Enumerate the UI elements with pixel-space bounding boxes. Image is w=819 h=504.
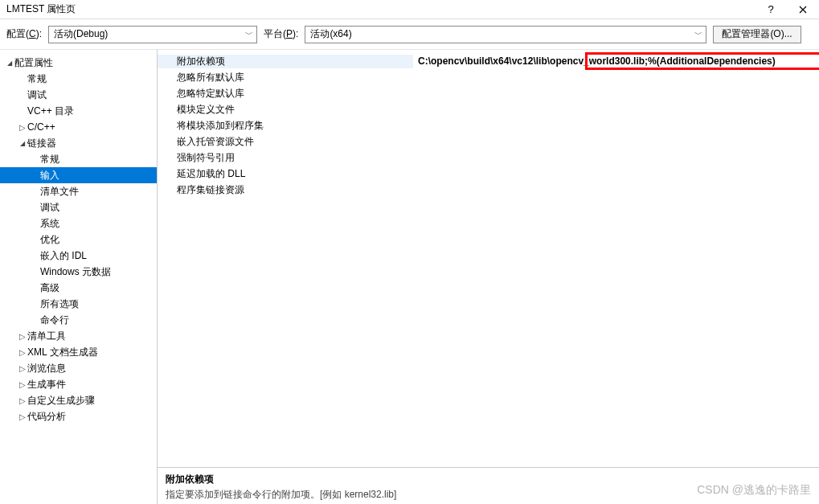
platform-combo[interactable]: 活动(x64) ﹀ — [305, 26, 706, 43]
tree-item[interactable]: 常规 — [0, 71, 157, 87]
tree-item-label: 嵌入的 IDL — [40, 249, 87, 263]
tree-item[interactable]: 命令行 — [0, 312, 157, 328]
tree-item-label: 常规 — [40, 153, 59, 166]
property-label: 忽略特定默认库 — [158, 87, 413, 100]
chevron-down-icon: ﹀ — [691, 29, 702, 40]
tree-item-label: XML 文档生成器 — [27, 346, 98, 359]
property-label: 强制符号引用 — [158, 151, 413, 165]
tree-item-label: 所有选项 — [40, 297, 79, 311]
property-row[interactable]: 附加依赖项C:\opencv\build\x64\vc12\lib\opencv… — [158, 53, 819, 69]
property-row[interactable]: 程序集链接资源 — [158, 182, 819, 198]
tree-item-label: 调试 — [40, 201, 59, 215]
help-button[interactable]: ? — [755, 1, 787, 18]
config-label: 配置(C): — [6, 27, 42, 41]
platform-label: 平台(P): — [264, 27, 298, 41]
close-icon — [799, 6, 807, 14]
tree-item[interactable]: 输入 — [0, 167, 157, 183]
tree-item[interactable]: 调试 — [0, 199, 157, 215]
tree-item[interactable]: ▷清单工具 — [0, 328, 157, 344]
tree-item-label: 链接器 — [27, 137, 56, 150]
window-title: LMTEST 属性页 — [6, 2, 76, 16]
tree-item[interactable]: ◢链接器 — [0, 135, 157, 151]
expand-closed-icon[interactable]: ▷ — [18, 380, 27, 389]
property-label: 程序集链接资源 — [158, 183, 413, 197]
tree-item[interactable]: 所有选项 — [0, 296, 157, 312]
property-label: 忽略所有默认库 — [158, 71, 413, 84]
tree-item[interactable]: 嵌入的 IDL — [0, 248, 157, 264]
titlebar: LMTEST 属性页 ? — [0, 0, 819, 19]
tree-item[interactable]: 调试 — [0, 87, 157, 103]
tree-item-label: Windows 元数据 — [40, 265, 111, 279]
expand-closed-icon[interactable]: ▷ — [18, 364, 27, 373]
config-combo[interactable]: 活动(Debug) ﹀ — [48, 26, 257, 43]
tree-item[interactable]: 高级 — [0, 280, 157, 296]
tree-item[interactable]: 优化 — [0, 232, 157, 248]
tree-item-label: 系统 — [40, 217, 59, 231]
tree-item-label: 清单文件 — [40, 185, 79, 199]
tree-item-label: 优化 — [40, 233, 59, 247]
tree-item[interactable]: ▷代码分析 — [0, 408, 157, 424]
tree-item[interactable]: Windows 元数据 — [0, 264, 157, 280]
property-row[interactable]: 延迟加载的 DLL — [158, 166, 819, 182]
expand-closed-icon[interactable]: ▷ — [18, 412, 27, 421]
close-button[interactable] — [787, 1, 819, 18]
expand-closed-icon[interactable]: ▷ — [18, 396, 27, 405]
tree-pane: ◢配置属性常规调试VC++ 目录▷C/C++◢链接器常规输入清单文件调试系统优化… — [0, 50, 158, 504]
config-manager-button[interactable]: 配置管理器(O)... — [713, 26, 801, 43]
tree-item-label: 常规 — [27, 72, 47, 86]
tree-item-label: 自定义生成步骤 — [27, 394, 95, 408]
tree-item[interactable]: ◢配置属性 — [0, 55, 157, 71]
property-grid: 附加依赖项C:\opencv\build\x64\vc12\lib\opencv… — [158, 50, 819, 467]
tree-item[interactable]: ▷自定义生成步骤 — [0, 392, 157, 408]
expand-closed-icon[interactable]: ▷ — [18, 348, 27, 357]
config-value: 活动(Debug) — [54, 27, 108, 41]
tree-item[interactable]: ▷浏览信息 — [0, 360, 157, 376]
main-content: ◢配置属性常规调试VC++ 目录▷C/C++◢链接器常规输入清单文件调试系统优化… — [0, 50, 819, 504]
property-label: 嵌入托管资源文件 — [158, 135, 413, 149]
tree-item-label: 生成事件 — [27, 378, 66, 391]
tree-item-label: 浏览信息 — [27, 362, 66, 375]
property-row[interactable]: 强制符号引用 — [158, 150, 819, 166]
property-row[interactable]: 忽略所有默认库 — [158, 69, 819, 85]
expand-closed-icon[interactable]: ▷ — [18, 123, 27, 132]
config-tree: ◢配置属性常规调试VC++ 目录▷C/C++◢链接器常规输入清单文件调试系统优化… — [0, 55, 157, 424]
property-value[interactable]: C:\opencv\build\x64\vc12\lib\opencv_worl… — [413, 55, 819, 67]
platform-value: 活动(x64) — [310, 27, 351, 41]
tree-item[interactable]: ▷C/C++ — [0, 119, 157, 135]
tree-item[interactable]: ▷生成事件 — [0, 376, 157, 392]
property-label: 延迟加载的 DLL — [158, 167, 413, 181]
tree-item-label: 输入 — [40, 169, 59, 182]
property-row[interactable]: 将模块添加到程序集 — [158, 117, 819, 133]
tree-item-label: 配置属性 — [14, 56, 53, 70]
tree-item-label: C/C++ — [27, 121, 55, 133]
property-label: 附加依赖项 — [158, 55, 413, 68]
property-label: 将模块添加到程序集 — [158, 119, 413, 133]
tree-item-label: 调试 — [27, 88, 47, 102]
tree-item[interactable]: 系统 — [0, 215, 157, 232]
property-label: 模块定义文件 — [158, 103, 413, 117]
description-text: 指定要添加到链接命令行的附加项。[例如 kernel32.lib] — [166, 488, 811, 502]
tree-item[interactable]: VC++ 目录 — [0, 103, 157, 119]
toolbar: 配置(C): 活动(Debug) ﹀ 平台(P): 活动(x64) ﹀ 配置管理… — [0, 19, 819, 50]
property-row[interactable]: 模块定义文件 — [158, 101, 819, 117]
tree-item[interactable]: 清单文件 — [0, 183, 157, 199]
property-row[interactable]: 嵌入托管资源文件 — [158, 133, 819, 150]
tree-item-label: 高级 — [40, 281, 59, 295]
expand-open-icon[interactable]: ◢ — [18, 140, 27, 147]
property-pane: 附加依赖项C:\opencv\build\x64\vc12\lib\opencv… — [158, 50, 819, 504]
tree-item[interactable]: ▷XML 文档生成器 — [0, 344, 157, 360]
description-title: 附加依赖项 — [166, 473, 811, 486]
property-row[interactable]: 忽略特定默认库 — [158, 85, 819, 101]
description-pane: 附加依赖项 指定要添加到链接命令行的附加项。[例如 kernel32.lib] — [158, 467, 819, 504]
tree-item-label: 命令行 — [40, 313, 69, 327]
expand-open-icon[interactable]: ◢ — [5, 59, 14, 67]
expand-closed-icon[interactable]: ▷ — [18, 332, 27, 341]
tree-item-label: 代码分析 — [27, 410, 66, 424]
tree-item-label: VC++ 目录 — [27, 104, 74, 118]
chevron-down-icon: ﹀ — [242, 29, 253, 40]
window-controls: ? — [755, 1, 819, 18]
tree-item-label: 清单工具 — [27, 330, 66, 343]
tree-item[interactable]: 常规 — [0, 151, 157, 167]
